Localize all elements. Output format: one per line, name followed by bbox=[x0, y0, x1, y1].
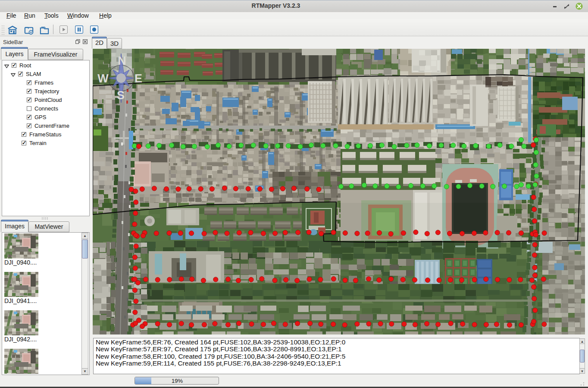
svg-text:E: E bbox=[134, 72, 142, 85]
svg-text:W: W bbox=[97, 72, 109, 85]
svg-text:N: N bbox=[118, 54, 126, 67]
svg-text:S: S bbox=[117, 89, 125, 102]
